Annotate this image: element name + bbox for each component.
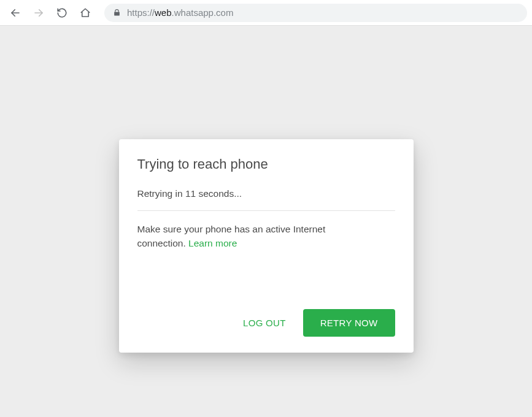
forward-button[interactable] xyxy=(28,2,49,23)
logout-button[interactable]: LOG OUT xyxy=(241,313,288,333)
url-prefix: https:// xyxy=(127,7,155,18)
address-bar[interactable]: https://web.whatsapp.com xyxy=(104,4,527,22)
instruction-text: Make sure your phone has an active Inter… xyxy=(137,222,358,251)
reload-icon xyxy=(56,7,67,18)
connection-dialog: Trying to reach phone Retrying in 11 sec… xyxy=(119,139,414,353)
home-button[interactable] xyxy=(75,2,96,23)
home-icon xyxy=(80,7,91,18)
arrow-right-icon xyxy=(33,7,44,18)
url-host: web xyxy=(155,7,172,18)
lock-icon xyxy=(113,9,121,17)
back-button[interactable] xyxy=(5,2,26,23)
page-content: Trying to reach phone Retrying in 11 sec… xyxy=(0,26,532,417)
dialog-actions: LOG OUT RETRY NOW xyxy=(137,309,395,337)
retry-now-button[interactable]: RETRY NOW xyxy=(303,309,395,337)
browser-toolbar: https://web.whatsapp.com xyxy=(0,0,532,26)
url-text: https://web.whatsapp.com xyxy=(127,7,233,18)
retry-countdown: Retrying in 11 seconds... xyxy=(137,188,395,211)
learn-more-link[interactable]: Learn more xyxy=(188,238,237,248)
arrow-left-icon xyxy=(10,7,21,18)
url-rest: .whatsapp.com xyxy=(172,7,234,18)
reload-button[interactable] xyxy=(52,2,72,23)
dialog-title: Trying to reach phone xyxy=(137,156,395,172)
